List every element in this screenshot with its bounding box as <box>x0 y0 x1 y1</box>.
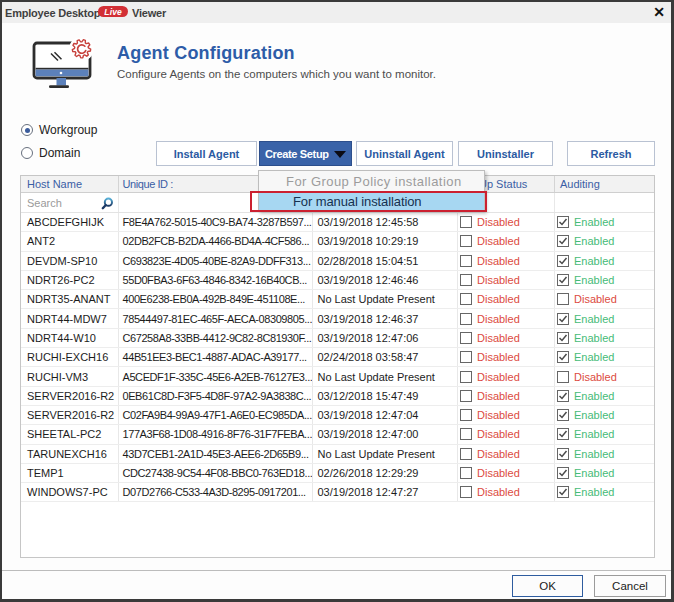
cell-host-name: NDRT26-PC2 <box>21 271 119 289</box>
auditing-checkbox[interactable] <box>557 448 569 460</box>
up-status-checkbox[interactable] <box>460 409 472 421</box>
table-row[interactable]: WINDOWS7-PCD07D2766-C533-4A3D-8295-09172… <box>21 483 654 502</box>
up-status-checkbox[interactable] <box>460 486 472 498</box>
cell-host-name: SERVER2016-R2 <box>21 387 119 405</box>
radio-workgroup-circle[interactable] <box>21 124 33 136</box>
table-row[interactable]: TARUNEXCH1643D7CEB1-2A1D-45E3-AEE6-2D65B… <box>21 445 654 464</box>
up-status-checkbox[interactable] <box>460 351 472 363</box>
column-header-host-name[interactable]: Host Name <box>21 176 119 192</box>
auditing-checkbox[interactable] <box>557 332 569 344</box>
cell-last-update: 03/19/2018 12:45:58 <box>313 213 459 231</box>
search-input[interactable]: Search <box>21 193 119 212</box>
table-row[interactable]: RUCHI-VM3A5CEDF1F-335C-45E6-A2EB-76127E3… <box>21 367 654 386</box>
cell-auditing: Enabled <box>555 309 654 327</box>
cell-host-name: NDRT44-W10 <box>21 329 119 347</box>
up-status-checkbox[interactable] <box>460 332 472 344</box>
cell-up-status: Disabled <box>458 348 555 366</box>
auditing-checkbox[interactable] <box>557 390 569 402</box>
cell-host-name: ABCDEFGHIJK <box>21 213 119 231</box>
install-agent-button[interactable]: Install Agent <box>156 141 257 166</box>
search-placeholder: Search <box>27 197 62 209</box>
up-status-checkbox[interactable] <box>460 274 472 286</box>
up-status-checkbox[interactable] <box>460 428 472 440</box>
table-row[interactable]: ANT202DB2FCB-B2DA-4466-BD4A-4CF586...03/… <box>21 232 654 251</box>
ok-button[interactable]: OK <box>512 575 583 597</box>
auditing-checkbox[interactable] <box>557 274 569 286</box>
cell-unique-id: CDC27438-9C54-4F08-BBC0-763ED18... <box>119 464 313 482</box>
titlebar: Employee Desktop Live Viewer ✕ <box>2 2 672 23</box>
uninstall-agent-button[interactable]: Uninstall Agent <box>356 141 453 166</box>
cell-last-update: 03/19/2018 12:47:06 <box>313 329 459 347</box>
radio-domain[interactable]: Domain <box>21 146 80 160</box>
auditing-checkbox[interactable] <box>557 467 569 479</box>
cancel-button[interactable]: Cancel <box>594 575 666 597</box>
create-setup-button[interactable]: Create Setup <box>259 141 352 166</box>
auditing-text: Enabled <box>574 351 614 363</box>
auditing-checkbox[interactable] <box>557 428 569 440</box>
cell-host-name: RUCHI-VM3 <box>21 367 119 385</box>
up-status-checkbox[interactable] <box>460 448 472 460</box>
cell-last-update: 03/19/2018 12:47:04 <box>313 406 459 424</box>
search-icon[interactable] <box>101 197 114 210</box>
cell-last-update: No Last Update Present <box>313 367 459 385</box>
up-status-checkbox[interactable] <box>460 467 472 479</box>
up-status-checkbox[interactable] <box>460 390 472 402</box>
auditing-checkbox[interactable] <box>557 293 569 305</box>
table-row[interactable]: SHEETAL-PC2177A3F68-1D08-4916-8F76-31F7F… <box>21 425 654 444</box>
up-status-text: Disabled <box>477 390 520 402</box>
auditing-checkbox[interactable] <box>557 255 569 267</box>
table-row[interactable]: NDRT44-MDW778544497-81EC-465F-AECA-08309… <box>21 309 654 328</box>
table-row[interactable]: NDRT44-W10C67258A8-33BB-4412-9C82-8C8193… <box>21 329 654 348</box>
table-row[interactable]: SERVER2016-R2C02FA9B4-99A9-47F1-A6E0-EC9… <box>21 406 654 425</box>
cell-auditing: Enabled <box>555 271 654 289</box>
table-row[interactable]: DEVDM-SP10C693823E-4D05-40BE-82A9-DDFF31… <box>21 252 654 271</box>
radio-workgroup-label: Workgroup <box>39 123 97 137</box>
cell-auditing: Enabled <box>555 232 654 250</box>
cell-host-name: TARUNEXCH16 <box>21 445 119 463</box>
auditing-checkbox[interactable] <box>557 313 569 325</box>
table-row[interactable]: NDRT35-ANANT400E6238-EB0A-492B-849E-4511… <box>21 290 654 309</box>
table-row[interactable]: SERVER2016-R20EB61C8D-F3F5-4D8F-97A2-9A3… <box>21 387 654 406</box>
table-row[interactable]: RUCHI-EXCH1644B51EE3-BEC1-4887-ADAC-A391… <box>21 348 654 367</box>
auditing-checkbox[interactable] <box>557 409 569 421</box>
up-status-checkbox[interactable] <box>460 371 472 383</box>
auditing-checkbox[interactable] <box>557 371 569 383</box>
auditing-checkbox[interactable] <box>557 216 569 228</box>
cell-host-name: NDRT44-MDW7 <box>21 309 119 327</box>
cell-unique-id: C693823E-4D05-40BE-82A9-DDFF313... <box>119 252 313 270</box>
column-header-auditing[interactable]: Auditing <box>555 176 654 192</box>
auditing-checkbox[interactable] <box>557 351 569 363</box>
close-icon[interactable]: ✕ <box>651 4 667 20</box>
radio-domain-circle[interactable] <box>21 147 33 159</box>
up-status-checkbox[interactable] <box>460 216 472 228</box>
radio-workgroup[interactable]: Workgroup <box>21 123 97 137</box>
cell-host-name: WINDOWS7-PC <box>21 483 119 501</box>
menu-item-group-policy[interactable]: For Group Policy installation <box>259 171 484 191</box>
app-title-suffix: Viewer <box>132 7 166 19</box>
up-status-checkbox[interactable] <box>460 293 472 305</box>
up-status-checkbox[interactable] <box>460 255 472 267</box>
table-row[interactable]: TEMP1CDC27438-9C54-4F08-BBC0-763ED18...0… <box>21 464 654 483</box>
table-row[interactable]: ABCDEFGHIJKF8E4A762-5015-40C9-BA74-3287B… <box>21 213 654 232</box>
auditing-checkbox[interactable] <box>557 235 569 247</box>
up-status-text: Disabled <box>477 332 520 344</box>
cell-unique-id: 78544497-81EC-465F-AECA-08309805... <box>119 309 313 327</box>
auditing-text: Enabled <box>574 467 614 479</box>
menu-item-manual-install[interactable]: For manual installation <box>259 191 484 211</box>
table-row[interactable]: NDRT26-PC255D0FBA3-6F63-4846-8342-16B40C… <box>21 271 654 290</box>
auditing-text: Enabled <box>574 216 614 228</box>
auditing-checkbox[interactable] <box>557 486 569 498</box>
refresh-button[interactable]: Refresh <box>567 141 655 166</box>
cell-unique-id: C67258A8-33BB-4412-9C82-8C81930F... <box>119 329 313 347</box>
cell-auditing: Enabled <box>555 464 654 482</box>
up-status-checkbox[interactable] <box>460 235 472 247</box>
uninstaller-button[interactable]: Uninstaller <box>458 141 553 166</box>
up-status-checkbox[interactable] <box>460 313 472 325</box>
up-status-text: Disabled <box>477 428 520 440</box>
cell-up-status: Disabled <box>458 464 555 482</box>
cell-host-name: DEVDM-SP10 <box>21 252 119 270</box>
cell-unique-id: 0EB61C8D-F3F5-4D8F-97A2-9A3838C... <box>119 387 313 405</box>
cell-unique-id: C02FA9B4-99A9-47F1-A6E0-EC985DA... <box>119 406 313 424</box>
app-title-prefix: Employee Desktop <box>5 7 100 19</box>
cell-host-name: NDRT35-ANANT <box>21 290 119 308</box>
